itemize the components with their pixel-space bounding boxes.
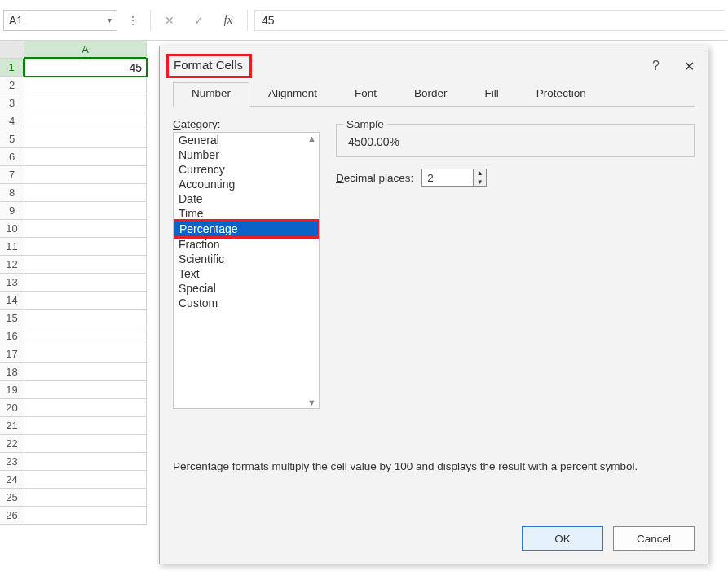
category-listbox[interactable]: GeneralNumberCurrencyAccountingDateTimeP… — [173, 132, 320, 409]
cancel-button[interactable]: Cancel — [613, 526, 695, 551]
row-header[interactable]: 14 — [0, 292, 24, 310]
decimal-places-value[interactable]: 2 — [422, 169, 473, 186]
cell[interactable] — [24, 345, 147, 363]
sample-label: Sample — [343, 118, 387, 130]
cell[interactable] — [24, 399, 147, 417]
cell[interactable]: 45 — [24, 59, 147, 77]
select-all-corner[interactable] — [0, 41, 24, 59]
row-header[interactable]: 18 — [0, 363, 24, 381]
cell[interactable] — [24, 507, 147, 525]
category-item-special[interactable]: Special — [174, 281, 319, 296]
row-header[interactable]: 4 — [0, 112, 24, 130]
tab-number[interactable]: Number — [173, 82, 249, 107]
cell[interactable] — [24, 148, 147, 166]
category-item-text[interactable]: Text — [174, 266, 319, 281]
row-header[interactable]: 5 — [0, 130, 24, 148]
row-header[interactable]: 9 — [0, 202, 24, 220]
tab-font[interactable]: Font — [336, 82, 395, 106]
cell[interactable] — [24, 292, 147, 310]
row-header[interactable]: 16 — [0, 327, 24, 345]
insert-function-button[interactable]: fx — [216, 10, 240, 31]
row-header[interactable]: 19 — [0, 381, 24, 399]
tab-protection[interactable]: Protection — [518, 82, 605, 106]
row-header[interactable]: 1 — [0, 59, 24, 77]
spinner-buttons: ▲ ▼ — [473, 169, 486, 186]
confirm-entry-button[interactable]: ✓ — [187, 10, 211, 31]
name-box-value: A1 — [9, 14, 23, 27]
category-item-general[interactable]: General — [174, 133, 319, 147]
cell[interactable] — [24, 363, 147, 381]
spinner-down-icon[interactable]: ▼ — [474, 178, 486, 187]
cell[interactable] — [24, 220, 147, 238]
cell[interactable] — [24, 435, 147, 453]
category-item-percentage[interactable]: Percentage — [173, 219, 320, 239]
decimal-places-spinner[interactable]: 2 ▲ ▼ — [421, 169, 487, 187]
cell[interactable] — [24, 453, 147, 471]
close-icon[interactable]: ✕ — [684, 59, 695, 74]
row-header[interactable]: 8 — [0, 184, 24, 202]
row-header[interactable]: 23 — [0, 453, 24, 471]
row-header[interactable]: 25 — [0, 489, 24, 507]
cell[interactable] — [24, 274, 147, 292]
dialog-body: Category: GeneralNumberCurrencyAccountin… — [173, 107, 695, 409]
row-header[interactable]: 3 — [0, 94, 24, 112]
cell[interactable] — [24, 238, 147, 256]
category-item-custom[interactable]: Custom — [174, 296, 319, 310]
cell[interactable] — [24, 166, 147, 184]
cell[interactable] — [24, 77, 147, 94]
row-header[interactable]: 12 — [0, 256, 24, 274]
resize-handle-icon[interactable]: ⋮ — [122, 14, 143, 27]
col-header-A[interactable]: A — [24, 41, 147, 59]
category-item-fraction[interactable]: Fraction — [174, 237, 319, 252]
row-header[interactable]: 22 — [0, 435, 24, 453]
cell[interactable] — [24, 310, 147, 327]
row-header[interactable]: 10 — [0, 220, 24, 238]
scrollbar[interactable]: ▲ ▼ — [306, 134, 318, 407]
cell[interactable] — [24, 184, 147, 202]
ok-button[interactable]: OK — [522, 526, 603, 551]
category-item-accounting[interactable]: Accounting — [174, 177, 319, 191]
row-header[interactable]: 6 — [0, 148, 24, 166]
row-header[interactable]: 24 — [0, 471, 24, 489]
category-item-currency[interactable]: Currency — [174, 162, 319, 177]
spinner-up-icon[interactable]: ▲ — [474, 169, 486, 178]
tab-border[interactable]: Border — [395, 82, 466, 106]
cell[interactable] — [24, 94, 147, 112]
cell[interactable] — [24, 471, 147, 489]
category-label: Category: — [173, 118, 320, 130]
separator — [247, 10, 248, 31]
row-header[interactable]: 2 — [0, 77, 24, 94]
cell[interactable] — [24, 327, 147, 345]
row-header[interactable]: 21 — [0, 417, 24, 435]
category-item-date[interactable]: Date — [174, 191, 319, 206]
category-item-number[interactable]: Number — [174, 147, 319, 162]
format-description: Percentage formats multiply the cell val… — [173, 460, 638, 472]
tab-alignment[interactable]: Alignment — [249, 82, 336, 106]
scroll-up-icon[interactable]: ▲ — [306, 134, 318, 143]
tab-fill[interactable]: Fill — [466, 82, 518, 106]
dialog-titlebar[interactable]: Format Cells ? ✕ — [173, 55, 695, 77]
dropdown-icon[interactable]: ▾ — [108, 15, 112, 24]
cell[interactable] — [24, 417, 147, 435]
dialog-title: Format Cells — [174, 58, 243, 72]
scroll-down-icon[interactable]: ▼ — [306, 398, 318, 407]
row-header[interactable]: 26 — [0, 507, 24, 525]
row-header[interactable]: 20 — [0, 399, 24, 417]
row-header[interactable]: 11 — [0, 238, 24, 256]
cell[interactable] — [24, 112, 147, 130]
category-item-scientific[interactable]: Scientific — [174, 252, 319, 266]
decimal-places-label: Decimal places: — [336, 172, 413, 184]
formula-input[interactable]: 45 — [254, 10, 725, 31]
cell[interactable] — [24, 130, 147, 148]
cell[interactable] — [24, 381, 147, 399]
row-header[interactable]: 13 — [0, 274, 24, 292]
row-header[interactable]: 17 — [0, 345, 24, 363]
name-box[interactable]: A1 ▾ — [3, 10, 117, 31]
cell[interactable] — [24, 256, 147, 274]
cell[interactable] — [24, 489, 147, 507]
row-header[interactable]: 7 — [0, 166, 24, 184]
cancel-entry-button[interactable]: ✕ — [157, 10, 182, 31]
cell[interactable] — [24, 202, 147, 220]
help-icon[interactable]: ? — [652, 59, 660, 73]
row-header[interactable]: 15 — [0, 310, 24, 327]
